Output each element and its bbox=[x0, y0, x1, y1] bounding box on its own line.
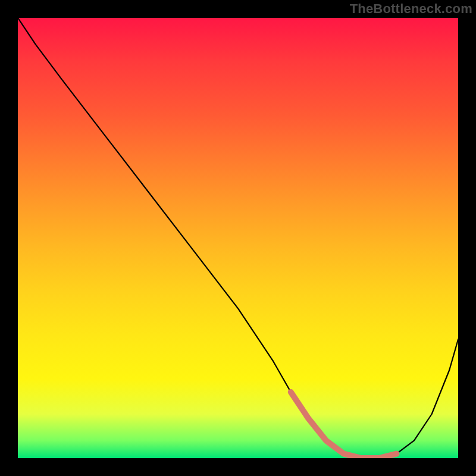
plot-area bbox=[18, 18, 458, 458]
chart-frame: TheBottleneck.com bbox=[0, 0, 476, 476]
curve-line bbox=[18, 18, 458, 458]
chart-svg bbox=[18, 18, 458, 458]
watermark-text: TheBottleneck.com bbox=[350, 1, 472, 17]
highlight-segment bbox=[291, 392, 397, 458]
